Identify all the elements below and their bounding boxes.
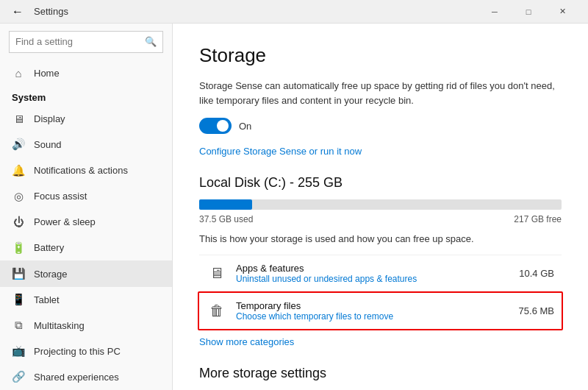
back-icon: ← bbox=[12, 5, 24, 18]
sidebar-item-notifications[interactable]: 🔔 Notifications & actions bbox=[0, 157, 172, 183]
main-content: Storage Storage Sense can automatically … bbox=[173, 24, 588, 390]
app-body: 🔍 ⌂ Home System 🖥 Display 🔊 Sound 🔔 Noti… bbox=[0, 24, 588, 390]
sidebar-item-projecting[interactable]: 📺 Projecting to this PC bbox=[0, 338, 172, 364]
display-icon: 🖥 bbox=[12, 113, 25, 125]
sidebar-item-storage[interactable]: 💾 Storage bbox=[0, 260, 172, 286]
sidebar-item-sound[interactable]: 🔊 Sound bbox=[0, 132, 172, 157]
apps-info: Apps & features Uninstall unused or unde… bbox=[236, 263, 510, 284]
focus-icon: ◎ bbox=[12, 190, 25, 203]
shared-icon: 🔗 bbox=[12, 370, 25, 383]
sidebar-item-tablet[interactable]: 📱 Tablet bbox=[0, 287, 172, 313]
battery-icon: 🔋 bbox=[12, 241, 25, 255]
more-settings-section: More storage settings View storage usage… bbox=[199, 366, 562, 390]
temp-info: Temporary files Choose which temporary f… bbox=[236, 300, 510, 322]
storage-how-text: This is how your storage is used and how… bbox=[199, 233, 562, 244]
window-controls: ─ □ ✕ bbox=[478, 0, 579, 24]
temp-icon: 🗑 bbox=[207, 302, 227, 319]
sidebar-item-label: Display bbox=[34, 113, 65, 124]
apps-name: Apps & features bbox=[236, 263, 510, 274]
sidebar-item-label: Storage bbox=[34, 269, 68, 280]
minimize-button[interactable]: ─ bbox=[478, 0, 512, 24]
search-box[interactable]: 🔍 bbox=[9, 31, 163, 53]
apps-sub-link[interactable]: Uninstall unused or undesired apps & fea… bbox=[236, 274, 510, 284]
storage-sense-toggle[interactable] bbox=[199, 118, 232, 134]
system-section-label: System bbox=[0, 86, 172, 106]
notifications-icon: 🔔 bbox=[12, 164, 25, 177]
apps-icon: 🖥 bbox=[207, 265, 227, 282]
storage-bar-labels: 37.5 GB used 217 GB free bbox=[199, 214, 562, 224]
back-button[interactable]: ← bbox=[9, 3, 26, 21]
disk-section: Local Disk (C:) - 255 GB 37.5 GB used 21… bbox=[199, 175, 562, 348]
maximize-icon: □ bbox=[526, 7, 531, 16]
disk-title: Local Disk (C:) - 255 GB bbox=[199, 175, 562, 191]
home-icon: ⌂ bbox=[12, 67, 25, 79]
sidebar-item-display[interactable]: 🖥 Display bbox=[0, 106, 172, 132]
sidebar-item-shared[interactable]: 🔗 Shared experiences bbox=[0, 364, 172, 390]
sidebar-item-label: Power & sleep bbox=[34, 216, 96, 227]
multitasking-icon: ⧉ bbox=[12, 319, 25, 332]
sidebar-item-multitasking[interactable]: ⧉ Multitasking bbox=[0, 313, 172, 338]
sidebar-item-label: Notifications & actions bbox=[34, 165, 128, 176]
storage-item-temp: 🗑 Temporary files Choose which temporary… bbox=[198, 291, 563, 330]
sidebar-item-power[interactable]: ⏻ Power & sleep bbox=[0, 209, 172, 235]
sidebar: 🔍 ⌂ Home System 🖥 Display 🔊 Sound 🔔 Noti… bbox=[0, 24, 173, 390]
sidebar-item-battery[interactable]: 🔋 Battery bbox=[0, 235, 172, 260]
more-settings-title: More storage settings bbox=[199, 366, 562, 381]
storage-icon: 💾 bbox=[12, 267, 25, 280]
used-label: 37.5 GB used bbox=[199, 214, 253, 224]
sidebar-item-label: Multitasking bbox=[34, 320, 85, 331]
sidebar-item-label: Home bbox=[34, 68, 60, 79]
apps-size: 10.4 GB bbox=[519, 268, 554, 279]
temp-size: 75.6 MB bbox=[519, 305, 554, 316]
configure-link[interactable]: Configure Storage Sense or run it now bbox=[199, 146, 362, 157]
tablet-icon: 📱 bbox=[12, 293, 25, 306]
sidebar-item-label: Tablet bbox=[34, 294, 60, 305]
sidebar-item-label: Focus assist bbox=[34, 191, 87, 202]
temp-sub-link[interactable]: Choose which temporary files to remove bbox=[236, 311, 510, 322]
maximize-button[interactable]: □ bbox=[512, 0, 545, 24]
toggle-label: On bbox=[239, 121, 251, 132]
page-title: Storage bbox=[199, 44, 562, 67]
close-button[interactable]: ✕ bbox=[545, 0, 579, 24]
sidebar-item-label: Battery bbox=[34, 242, 64, 253]
close-icon: ✕ bbox=[559, 7, 566, 16]
toggle-thumb bbox=[217, 120, 229, 132]
storage-item-apps: 🖥 Apps & features Uninstall unused or un… bbox=[199, 255, 562, 291]
minimize-icon: ─ bbox=[492, 7, 498, 16]
free-label: 217 GB free bbox=[514, 214, 562, 224]
storage-sense-toggle-row: On bbox=[199, 118, 562, 134]
temp-name: Temporary files bbox=[236, 300, 510, 311]
titlebar-title: Settings bbox=[34, 6, 478, 17]
storage-description: Storage Sense can automatically free up … bbox=[199, 79, 562, 107]
search-icon: 🔍 bbox=[145, 36, 157, 47]
show-more-link[interactable]: Show more categories bbox=[199, 336, 294, 347]
sidebar-item-label: Shared experiences bbox=[34, 372, 119, 383]
titlebar: ← Settings ─ □ ✕ bbox=[0, 0, 588, 24]
storage-bar-used bbox=[199, 199, 252, 210]
sidebar-item-label: Sound bbox=[34, 139, 62, 150]
sidebar-item-label: Projecting to this PC bbox=[34, 346, 121, 357]
power-icon: ⏻ bbox=[12, 216, 25, 228]
sidebar-item-focus[interactable]: ◎ Focus assist bbox=[0, 183, 172, 209]
projecting-icon: 📺 bbox=[12, 344, 25, 358]
sidebar-item-home[interactable]: ⌂ Home bbox=[0, 60, 172, 86]
sound-icon: 🔊 bbox=[12, 138, 25, 151]
search-input[interactable] bbox=[15, 36, 145, 47]
storage-bar-container bbox=[199, 199, 562, 210]
